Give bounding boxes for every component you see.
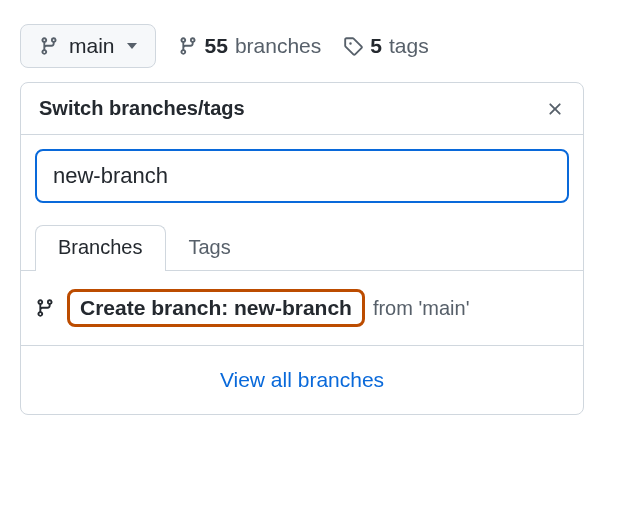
tab-tags[interactable]: Tags [166,225,254,271]
tab-branches[interactable]: Branches [35,225,166,271]
create-branch-row[interactable]: Create branch: new-branch from 'main' [21,271,583,346]
caret-down-icon [127,43,137,49]
popover-title: Switch branches/tags [39,97,245,120]
tags-label: tags [389,34,429,58]
git-branch-icon [39,36,59,56]
branch-select-button[interactable]: main [20,24,156,68]
close-button[interactable] [545,99,565,119]
tag-icon [343,36,363,56]
popover-header: Switch branches/tags [21,83,583,135]
branch-search-input[interactable] [35,149,569,203]
tags-count: 5 [370,34,382,58]
tags-stat[interactable]: 5 tags [343,34,428,58]
git-branch-icon [35,298,55,318]
repo-toolbar: main 55 branches 5 tags [20,20,598,82]
search-container [21,135,583,203]
view-all-branches-link[interactable]: View all branches [220,368,384,391]
create-branch-label: Create branch: new-branch [67,289,365,327]
current-branch-label: main [69,34,115,58]
create-branch-from: from 'main' [373,297,470,320]
ref-type-tabs: Branches Tags [21,203,583,271]
git-branch-icon [178,36,198,56]
branches-stat[interactable]: 55 branches [178,34,322,58]
view-all-container: View all branches [21,346,583,414]
branches-count: 55 [205,34,228,58]
branches-label: branches [235,34,321,58]
close-icon [545,99,565,119]
branch-switcher-popover: Switch branches/tags Branches Tags Creat… [20,82,584,415]
